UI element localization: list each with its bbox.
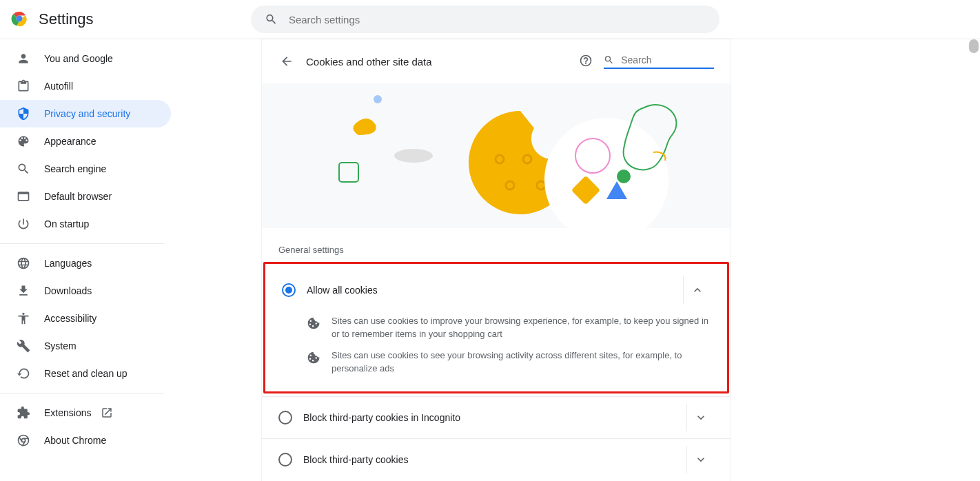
sidebar-item-accessibility[interactable]: Accessibility xyxy=(0,305,171,332)
sidebar-item-appearance[interactable]: Appearance xyxy=(0,127,171,155)
shield-icon xyxy=(17,107,30,121)
sidebar-item-label: Default browser xyxy=(44,191,112,202)
option-detail-text: Sites can use cookies to improve your br… xyxy=(331,315,711,341)
svg-point-14 xyxy=(617,170,631,183)
sidebar-item-label: Privacy and security xyxy=(44,108,130,119)
clipboard-icon xyxy=(17,79,30,93)
scrollbar-thumb[interactable] xyxy=(969,39,979,53)
download-icon xyxy=(17,284,30,298)
sidebar-item-label: You and Google xyxy=(44,53,113,64)
sidebar-item-downloads[interactable]: Downloads xyxy=(0,277,171,305)
sidebar-item-autofill[interactable]: Autofill xyxy=(0,72,171,100)
chrome-logo-icon xyxy=(11,10,28,29)
sidebar-item-label: Accessibility xyxy=(44,313,96,324)
option-label: Block third-party cookies in Incognito xyxy=(303,412,681,423)
divider xyxy=(0,393,164,393)
restore-icon xyxy=(17,367,30,380)
app-title: Settings xyxy=(39,10,94,28)
chevron-down-icon xyxy=(694,453,708,467)
collapse-button[interactable] xyxy=(683,276,711,304)
option-block-third-party-incognito[interactable]: Block third-party cookies in Incognito xyxy=(262,396,731,438)
sidebar-item-search-engine[interactable]: Search engine xyxy=(0,155,171,183)
cookies-illustration xyxy=(262,83,731,228)
sidebar-item-default-browser[interactable]: Default browser xyxy=(0,183,171,210)
search-settings-box[interactable] xyxy=(251,6,719,33)
sidebar-item-label: Extensions xyxy=(44,407,91,418)
inline-search[interactable] xyxy=(604,54,714,69)
sidebar-item-label: Languages xyxy=(44,258,92,269)
person-icon xyxy=(17,52,30,65)
svg-line-6 xyxy=(19,437,22,442)
sidebar-item-you-and-google[interactable]: You and Google xyxy=(0,45,171,72)
main-panel: Cookies and other site data xyxy=(262,39,731,481)
option-detail-text: Sites can use cookies to see your browsi… xyxy=(331,349,711,376)
svg-rect-18 xyxy=(339,163,358,182)
sidebar-item-label: On startup xyxy=(44,218,89,229)
sidebar-item-extensions[interactable]: Extensions xyxy=(0,399,171,427)
chrome-outline-icon xyxy=(17,433,30,447)
open-new-icon xyxy=(101,407,113,419)
accessibility-icon xyxy=(17,311,30,325)
sidebar-item-privacy-security[interactable]: Privacy and security xyxy=(0,100,171,127)
sidebar-item-about-chrome[interactable]: About Chrome xyxy=(0,427,171,454)
svg-point-17 xyxy=(374,95,382,103)
sidebar: You and Google Autofill Privacy and secu… xyxy=(0,39,171,481)
option-label: Allow all cookies xyxy=(307,285,677,296)
sidebar-item-languages[interactable]: Languages xyxy=(0,249,171,277)
help-icon xyxy=(579,54,593,68)
palette-icon xyxy=(17,134,30,148)
power-icon xyxy=(17,217,30,231)
sidebar-item-label: Search engine xyxy=(44,163,106,174)
radio-unselected-icon xyxy=(278,411,292,424)
svg-point-12 xyxy=(544,118,668,228)
radio-unselected-icon xyxy=(278,453,292,467)
sidebar-item-label: Downloads xyxy=(44,285,92,296)
chevron-down-icon xyxy=(694,411,708,424)
cookie-icon xyxy=(307,316,320,330)
browser-icon xyxy=(17,190,30,203)
inline-search-input[interactable] xyxy=(621,54,714,65)
help-button[interactable] xyxy=(579,54,593,70)
sidebar-item-label: About Chrome xyxy=(44,435,106,446)
arrow-left-icon xyxy=(280,54,294,68)
radio-selected-icon xyxy=(282,283,296,297)
sidebar-item-label: Autofill xyxy=(44,81,73,92)
expand-button[interactable] xyxy=(686,404,714,431)
expand-button[interactable] xyxy=(686,446,714,473)
sidebar-item-on-startup[interactable]: On startup xyxy=(0,210,171,238)
back-button[interactable] xyxy=(278,53,295,70)
cookie-icon xyxy=(307,351,320,365)
divider xyxy=(0,243,164,244)
search-icon xyxy=(265,12,278,26)
option-label: Block third-party cookies xyxy=(303,454,681,465)
search-settings-input[interactable] xyxy=(289,14,706,25)
puzzle-icon xyxy=(17,406,30,420)
main-title: Cookies and other site data xyxy=(306,56,568,68)
sidebar-item-label: System xyxy=(44,340,76,351)
allow-all-cookies-card: Allow all cookies Sites can use cookies … xyxy=(263,262,729,393)
chevron-up-icon xyxy=(691,283,704,297)
sidebar-item-system[interactable]: System xyxy=(0,332,171,360)
wrench-icon xyxy=(17,339,30,353)
search-icon xyxy=(17,162,30,176)
search-icon xyxy=(604,54,614,66)
sidebar-item-reset[interactable]: Reset and clean up xyxy=(0,360,171,387)
globe-icon xyxy=(17,256,30,270)
svg-point-19 xyxy=(394,149,433,163)
section-title: General settings xyxy=(262,239,731,262)
option-block-third-party[interactable]: Block third-party cookies xyxy=(262,438,731,480)
sidebar-item-label: Reset and clean up xyxy=(44,368,127,379)
sidebar-item-label: Appearance xyxy=(44,136,96,147)
option-allow-all-cookies[interactable]: Allow all cookies xyxy=(265,269,727,311)
